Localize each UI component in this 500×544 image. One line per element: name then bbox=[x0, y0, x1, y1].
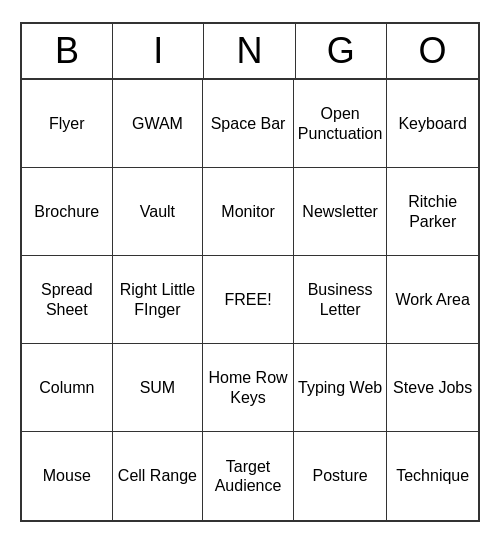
bingo-cell: Target Audience bbox=[203, 432, 294, 520]
cell-text: Newsletter bbox=[302, 202, 378, 221]
cell-text: Open Punctuation bbox=[298, 104, 383, 142]
bingo-cell: Ritchie Parker bbox=[387, 168, 478, 256]
bingo-cell: Typing Web bbox=[294, 344, 388, 432]
header-letter: I bbox=[113, 24, 204, 78]
cell-text: Right Little FInger bbox=[117, 280, 199, 318]
cell-text: FREE! bbox=[224, 290, 271, 309]
header-letter: O bbox=[387, 24, 478, 78]
cell-text: Keyboard bbox=[398, 114, 467, 133]
bingo-card: BINGO FlyerGWAMSpace BarOpen Punctuation… bbox=[20, 22, 480, 522]
bingo-cell: Steve Jobs bbox=[387, 344, 478, 432]
bingo-cell: Technique bbox=[387, 432, 478, 520]
cell-text: GWAM bbox=[132, 114, 183, 133]
bingo-cell: Cell Range bbox=[113, 432, 204, 520]
cell-text: Cell Range bbox=[118, 466, 197, 485]
bingo-cell: Open Punctuation bbox=[294, 80, 388, 168]
cell-text: Posture bbox=[313, 466, 368, 485]
header-letter: B bbox=[22, 24, 113, 78]
bingo-cell: Spread Sheet bbox=[22, 256, 113, 344]
cell-text: Column bbox=[39, 378, 94, 397]
bingo-cell: FREE! bbox=[203, 256, 294, 344]
cell-text: Spread Sheet bbox=[26, 280, 108, 318]
bingo-cell: Keyboard bbox=[387, 80, 478, 168]
bingo-cell: Monitor bbox=[203, 168, 294, 256]
bingo-cell: Right Little FInger bbox=[113, 256, 204, 344]
bingo-cell: Vault bbox=[113, 168, 204, 256]
cell-text: SUM bbox=[140, 378, 176, 397]
cell-text: Flyer bbox=[49, 114, 85, 133]
bingo-cell: Home Row Keys bbox=[203, 344, 294, 432]
bingo-cell: Flyer bbox=[22, 80, 113, 168]
cell-text: Vault bbox=[140, 202, 175, 221]
bingo-cell: Work Area bbox=[387, 256, 478, 344]
bingo-cell: Posture bbox=[294, 432, 388, 520]
cell-text: Business Letter bbox=[298, 280, 383, 318]
cell-text: Steve Jobs bbox=[393, 378, 472, 397]
cell-text: Work Area bbox=[395, 290, 469, 309]
cell-text: Technique bbox=[396, 466, 469, 485]
bingo-cell: Brochure bbox=[22, 168, 113, 256]
header-letter: G bbox=[296, 24, 387, 78]
cell-text: Space Bar bbox=[211, 114, 286, 133]
cell-text: Brochure bbox=[34, 202, 99, 221]
bingo-cell: Mouse bbox=[22, 432, 113, 520]
cell-text: Ritchie Parker bbox=[391, 192, 474, 230]
bingo-header: BINGO bbox=[22, 24, 478, 80]
cell-text: Mouse bbox=[43, 466, 91, 485]
cell-text: Home Row Keys bbox=[207, 368, 289, 406]
cell-text: Target Audience bbox=[207, 457, 289, 495]
bingo-cell: Business Letter bbox=[294, 256, 388, 344]
bingo-cell: Column bbox=[22, 344, 113, 432]
bingo-cell: Newsletter bbox=[294, 168, 388, 256]
header-letter: N bbox=[204, 24, 295, 78]
bingo-cell: Space Bar bbox=[203, 80, 294, 168]
cell-text: Monitor bbox=[221, 202, 274, 221]
bingo-cell: SUM bbox=[113, 344, 204, 432]
bingo-grid: FlyerGWAMSpace BarOpen PunctuationKeyboa… bbox=[22, 80, 478, 520]
cell-text: Typing Web bbox=[298, 378, 382, 397]
bingo-cell: GWAM bbox=[113, 80, 204, 168]
